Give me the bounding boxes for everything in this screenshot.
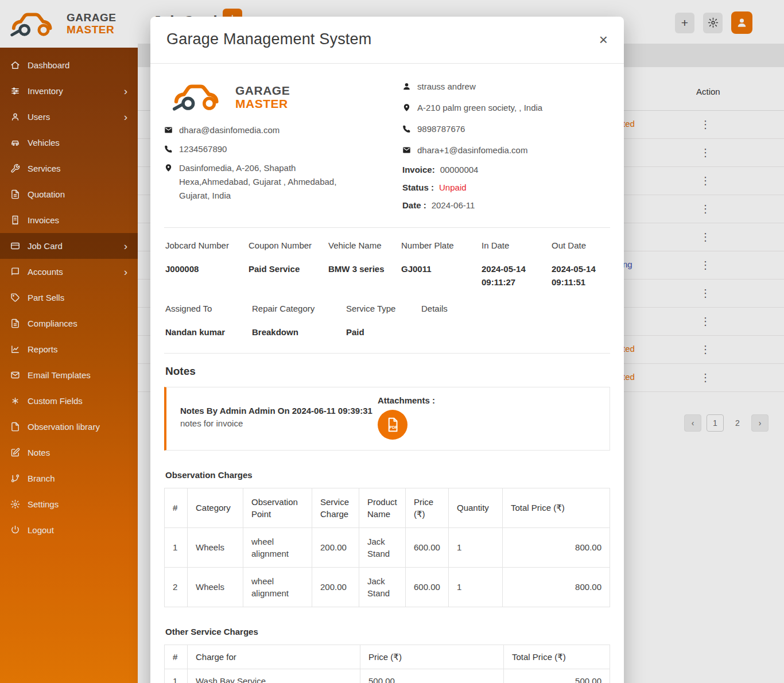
other-service-charges-heading: Other Service Charges [165, 627, 609, 637]
jobcard-detail-modal: Garage Management System × GARAGE [150, 17, 624, 683]
field-label: Out Date [552, 240, 609, 250]
note-entry: Notes By Admin Admin On 2024-06-11 09:39… [164, 387, 610, 451]
cell-product-name: Jack Stand [359, 527, 406, 567]
close-icon[interactable]: × [599, 32, 608, 47]
column-header: Product Name [359, 488, 406, 527]
envelope-icon [164, 126, 173, 134]
note-attachments: Attachments : PDF [378, 395, 435, 440]
column-header: # [165, 645, 188, 669]
table-header-row: #Charge forPrice (₹)Total Price (₹) [165, 645, 610, 669]
app-screen: GARAGE MASTER Dashboard Inventory › User… [0, 0, 784, 683]
field-label: Coupon Number [249, 240, 328, 250]
column-header: Total Price (₹) [504, 645, 610, 669]
cell-quantity: 1 [449, 567, 503, 607]
column-header: # [165, 488, 188, 527]
field-value: GJ0011 [401, 263, 482, 276]
note-content: Notes By Admin Admin On 2024-06-11 09:39… [180, 395, 378, 440]
field-value: 2024-05-14 09:11:27 [482, 263, 552, 289]
note-body: notes for invoice [180, 418, 378, 428]
jobcard-field: Details [421, 304, 609, 339]
column-header: Price (₹) [360, 645, 504, 669]
jobcard-field: Jobcard Number J000008 [165, 240, 249, 289]
garage-info: GARAGE MASTER dhara@dasinfomedia.com 123… [164, 77, 402, 218]
cell-total-price: 500.00 [504, 669, 610, 683]
cell-index: 2 [165, 567, 188, 607]
notes-heading: Notes [165, 365, 609, 378]
field-label: Repair Category [252, 304, 346, 313]
car-logo-icon [168, 79, 231, 115]
customer-phone: 9898787676 [402, 122, 610, 136]
column-header: Charge for [188, 645, 360, 669]
cell-service-charge: 200.00 [312, 567, 359, 607]
cell-total-price: 800.00 [503, 527, 610, 567]
pdf-attachment-icon[interactable]: PDF [378, 410, 407, 440]
field-value: Breakdown [252, 326, 346, 339]
table-row: 1 Wash Bay Service 500.00 500.00 [165, 669, 610, 683]
garage-phone: 1234567890 [164, 142, 402, 156]
cell-category: Wheels [188, 567, 243, 607]
cell-category: Wheels [188, 527, 243, 567]
svg-text:PDF: PDF [390, 425, 398, 429]
user-icon [402, 82, 411, 91]
field-label: Jobcard Number [165, 240, 249, 250]
jobcard-field: Out Date 2024-05-14 09:11:51 [552, 240, 609, 289]
cell-service-charge: 200.00 [312, 527, 359, 567]
jobcard-field: In Date 2024-05-14 09:11:27 [482, 240, 552, 289]
jobcard-fields-row1: Jobcard Number J000008 Coupon Number Pai… [165, 240, 609, 289]
pdf-file-icon: PDF [384, 416, 401, 433]
table-row: 1 Wheels wheel alignment 200.00 Jack Sta… [165, 527, 610, 567]
invoice-info-section: GARAGE MASTER dhara@dasinfomedia.com 123… [164, 77, 610, 228]
column-header: Price (₹) [406, 488, 449, 527]
column-header: Service Charge [312, 488, 359, 527]
cell-total-price: 800.00 [503, 567, 610, 607]
jobcard-field: Vehicle Name BMW 3 series [328, 240, 401, 289]
field-label: In Date [482, 240, 552, 250]
jobcard-field: Coupon Number Paid Service [249, 240, 328, 289]
field-value: J000008 [165, 263, 249, 276]
garage-address: Dasinfomedia, A-206, Shapath Hexa,Ahmeda… [164, 161, 402, 203]
note-title: Notes By Admin Admin On 2024-06-11 09:39… [180, 406, 378, 416]
location-pin-icon [164, 164, 173, 172]
field-value: Nandan kumar [165, 326, 252, 339]
brand-text: GARAGE MASTER [235, 84, 290, 110]
jobcard-field: Repair Category Breakdown [252, 304, 346, 339]
field-value: 2024-05-14 09:11:51 [552, 263, 609, 289]
invoice-number: Invoice: 00000004 [402, 165, 610, 174]
field-value: BMW 3 series [328, 263, 401, 276]
cell-charge-for: Wash Bay Service [188, 669, 360, 683]
observation-charges-table: #CategoryObservation PointService Charge… [164, 488, 610, 607]
invoice-date: Date : 2024-06-11 [402, 200, 610, 210]
field-value: Paid [346, 326, 421, 339]
column-header: Observation Point [243, 488, 312, 527]
phone-icon [402, 125, 411, 133]
cell-observation-point: wheel alignment [243, 567, 312, 607]
field-value: Paid Service [249, 263, 328, 276]
column-header: Category [188, 488, 243, 527]
invoice-status: Status : Unpaid [402, 183, 610, 192]
customer-info: strauss andrew A-210 palm green society,… [402, 77, 610, 218]
modal-title: Garage Management System [166, 30, 371, 48]
table-header-row: #CategoryObservation PointService Charge… [165, 488, 610, 527]
cell-index: 1 [165, 669, 188, 683]
location-pin-icon [402, 103, 411, 112]
customer-address: A-210 palm green society, , India [402, 101, 610, 115]
table-row: 2 Wheels wheel alignment 200.00 Jack Sta… [165, 567, 610, 607]
customer-email: dhara+1@dasinfomedia.com [402, 143, 610, 157]
cell-price: 600.00 [406, 567, 449, 607]
modal-body: GARAGE MASTER dhara@dasinfomedia.com 123… [150, 64, 624, 683]
jobcard-fields-section: Jobcard Number J000008 Coupon Number Pai… [164, 228, 610, 354]
table-body: 1 Wash Bay Service 500.00 500.00 2 MOT T… [165, 669, 610, 683]
cell-observation-point: wheel alignment [243, 527, 312, 567]
field-label: Assigned To [165, 304, 252, 313]
status-value: Unpaid [439, 183, 467, 192]
cell-index: 1 [165, 527, 188, 567]
column-header: Total Price (₹) [503, 488, 610, 527]
cell-price: 600.00 [406, 527, 449, 567]
field-label: Vehicle Name [328, 240, 401, 250]
cell-quantity: 1 [449, 527, 503, 567]
jobcard-fields-row2: Assigned To Nandan kumar Repair Category… [165, 304, 609, 339]
column-header: Quantity [449, 488, 503, 527]
phone-icon [164, 145, 173, 153]
garage-logo: GARAGE MASTER [168, 79, 402, 115]
jobcard-field: Assigned To Nandan kumar [165, 304, 252, 339]
